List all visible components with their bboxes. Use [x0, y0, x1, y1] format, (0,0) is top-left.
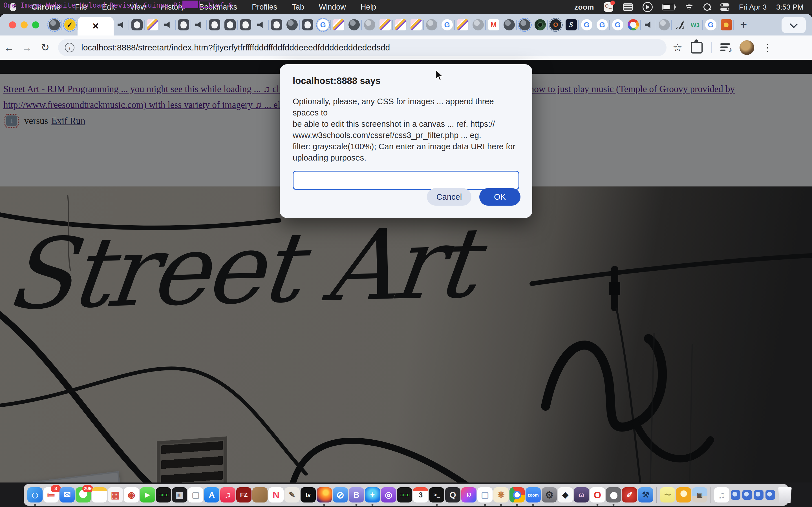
tab-search-button[interactable] [781, 17, 806, 33]
pinned-tab[interactable] [191, 14, 207, 36]
active-tab[interactable]: ✕ [78, 17, 114, 36]
pinned-tab[interactable]: G [579, 14, 594, 36]
dock-app-icon[interactable]: N [268, 487, 284, 503]
pinned-tab[interactable]: G [594, 14, 610, 36]
pinned-tab[interactable] [362, 14, 377, 36]
dock-file-icon[interactable] [742, 490, 752, 500]
bookmark-star-icon[interactable]: ☆ [673, 41, 682, 54]
pinned-tab[interactable] [424, 14, 439, 36]
trash-icon[interactable] [777, 487, 792, 503]
pinned-tab[interactable] [207, 14, 222, 36]
dock-app-icon[interactable]: ✉ [59, 487, 75, 503]
pinned-tab[interactable] [114, 14, 129, 36]
dock-app-icon[interactable]: ⚙ [542, 487, 557, 503]
dock-app-icon[interactable]: ♫ [220, 487, 236, 503]
dock-app-icon[interactable] [676, 487, 691, 503]
pinned-tab[interactable] [393, 14, 408, 36]
dock-app-icon[interactable]: O [590, 487, 605, 503]
profile-avatar[interactable] [740, 40, 754, 55]
url-text[interactable]: localhost:8888/streetart/index.htm?fjtye… [81, 43, 390, 52]
pinned-tab[interactable] [160, 14, 175, 36]
address-bar[interactable]: i localhost:8888/streetart/index.htm?fjt… [58, 39, 666, 56]
dock-app-icon[interactable]: 209 [75, 487, 91, 503]
pinned-tab[interactable]: G [610, 14, 625, 36]
dock-app-icon[interactable]: ⚒ [638, 487, 653, 503]
dock-app-icon[interactable]: ▶ [140, 487, 155, 503]
pinned-tab[interactable]: G [315, 14, 331, 36]
close-window-button[interactable] [9, 21, 16, 29]
pinned-tab[interactable] [672, 14, 688, 36]
dock-app-icon[interactable]: ✦ [365, 487, 380, 503]
back-button[interactable]: ← [0, 42, 18, 54]
pinned-tab[interactable]: G [703, 14, 718, 36]
pinned-tab[interactable] [284, 14, 300, 36]
dock-app-icon[interactable]: B [349, 487, 364, 503]
dock-app-icon[interactable]: ◎ [381, 487, 396, 503]
pinned-tab[interactable] [300, 14, 315, 36]
dock-app-icon[interactable]: ▦ [172, 487, 187, 503]
dock-file-icon[interactable] [731, 490, 741, 500]
chrome-menu-icon[interactable]: ⋮ [763, 42, 772, 53]
dock-app-icon[interactable]: ✎ [285, 487, 300, 503]
zoom-menu-extra[interactable]: zoom [574, 3, 594, 11]
pinned-tab[interactable]: O [548, 14, 563, 36]
pinned-tab[interactable] [377, 14, 393, 36]
dock-app-icon[interactable]: ≔ 3 [43, 487, 59, 503]
pinned-tab[interactable] [175, 14, 191, 36]
fullscreen-window-button[interactable] [32, 21, 39, 29]
menu-item[interactable]: Window [312, 3, 353, 11]
dock-app-icon[interactable]: ✐ [622, 487, 637, 503]
pinned-tab[interactable] [346, 14, 362, 36]
pinned-tab[interactable] [269, 14, 284, 36]
dock-app-icon[interactable] [509, 487, 525, 503]
ok-button[interactable]: OK [479, 188, 520, 206]
dock-app-icon[interactable]: ◆ [558, 487, 573, 503]
dock-app-icon[interactable] [317, 487, 332, 503]
menu-bar-time[interactable]: 3:53 PM [776, 3, 804, 11]
pinned-tab[interactable] [408, 14, 424, 36]
minimize-window-button[interactable] [20, 21, 28, 29]
pinned-tab[interactable]: M [486, 14, 501, 36]
pinned-tab[interactable] [718, 14, 734, 36]
wifi-icon[interactable] [684, 3, 694, 11]
menu-item[interactable]: Tab [285, 3, 312, 11]
pinned-tab[interactable] [238, 14, 253, 36]
keyboard-icon[interactable] [623, 3, 633, 11]
dock-app-icon[interactable]: ▢ [477, 487, 493, 503]
dock-app-icon[interactable]: ▢ [188, 487, 203, 503]
menu-item[interactable]: Profiles [245, 3, 285, 11]
pinned-tab[interactable] [129, 14, 145, 36]
dock-app-icon[interactable]: A [204, 487, 219, 503]
playback-icon[interactable] [643, 2, 653, 12]
pinned-tab[interactable] [470, 14, 486, 36]
pinned-tab[interactable] [656, 14, 672, 36]
dock-app-icon[interactable]: ▣ [692, 487, 707, 503]
dock-app-icon[interactable]: 3 [413, 487, 428, 503]
pinned-tab[interactable] [532, 14, 548, 36]
dock-app-icon[interactable]: ω [574, 487, 589, 503]
pinned-tab[interactable] [641, 14, 656, 36]
dock-app-icon[interactable]: ⊘ [333, 487, 348, 503]
dock-app-icon[interactable]: 〜 [660, 487, 675, 503]
pinned-tab[interactable]: W3 [688, 14, 703, 36]
dock-app-icon[interactable]: EXEC [156, 487, 171, 503]
dock-file-icon[interactable] [754, 490, 763, 500]
dock-app-icon[interactable]: EXEC [397, 487, 412, 503]
notification-app-icon[interactable] [604, 2, 613, 12]
dock-app-icon[interactable]: ☺ [28, 487, 43, 503]
dock-app-icon[interactable]: zoom [525, 487, 541, 503]
reload-button[interactable]: ↻ [36, 42, 54, 54]
site-info-icon[interactable]: i [65, 43, 74, 52]
dock-app-icon[interactable]: Q [445, 487, 460, 503]
pinned-tab[interactable]: ✓ [62, 14, 78, 36]
spotlight-icon[interactable] [703, 3, 711, 11]
dock-file-icon[interactable] [765, 490, 775, 500]
dock-app-icon[interactable]: tv [301, 487, 316, 503]
pinned-tab[interactable] [517, 14, 532, 36]
pinned-tab[interactable] [501, 14, 517, 36]
forward-button[interactable]: → [18, 42, 36, 54]
dock-app-icon[interactable]: FZ [236, 487, 252, 503]
cancel-button[interactable]: Cancel [427, 188, 471, 206]
dock-app-icon[interactable]: ❋ [493, 487, 509, 503]
pinned-tab[interactable] [145, 14, 160, 36]
